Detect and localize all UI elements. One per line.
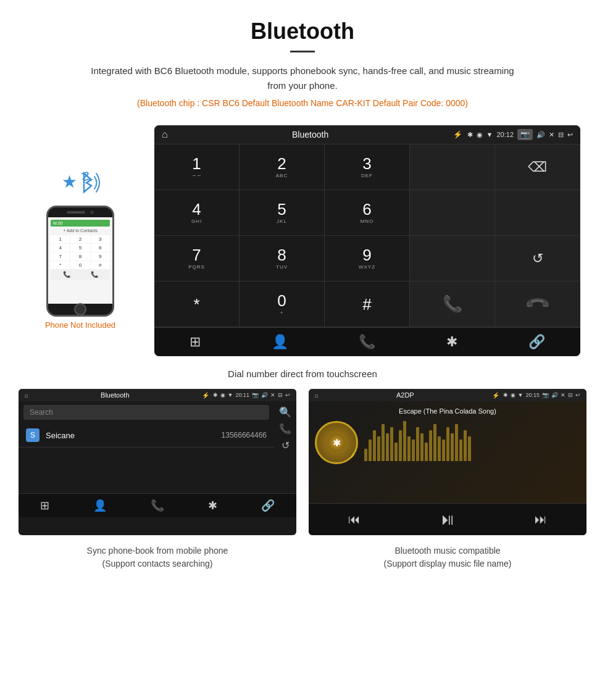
pbn-grid-icon[interactable]: ⊞ xyxy=(40,499,49,512)
phone-dialpad: 1 2 3 4 5 6 7 8 9 * 0 # xyxy=(51,235,110,269)
dial-backspace[interactable]: ⌫ xyxy=(495,144,580,190)
dial-call-red[interactable]: 📞 xyxy=(495,281,580,327)
pbn-phone-icon[interactable]: 📞 xyxy=(151,499,164,512)
phone-device: M:00 + Add to Contacts 1 2 3 4 5 6 7 8 9… xyxy=(46,206,114,317)
album-inner: ✱ xyxy=(327,433,346,452)
dial-key-1[interactable]: 1∽∽ xyxy=(154,144,240,190)
bluetooth-waves-container: ★ ☡ xyxy=(56,162,105,199)
dial-key-0[interactable]: 0+ xyxy=(240,281,325,327)
pb-loc-icon: ◉ xyxy=(220,392,225,398)
dial-empty-r2c5 xyxy=(495,190,580,236)
dial-key-7[interactable]: 7PQRS xyxy=(154,236,240,281)
phone-call-button: 📞 xyxy=(91,271,98,278)
phone-key: 5 xyxy=(70,244,90,252)
phonebook-search-bar[interactable]: Search xyxy=(23,405,269,420)
viz-bar xyxy=(420,433,424,461)
phonebook-empty-area xyxy=(19,456,296,493)
music-caption-line1: Bluetooth music compatible xyxy=(309,544,586,557)
pbn-contacts-icon[interactable]: 👤 xyxy=(93,499,107,512)
dial-key-star[interactable]: * xyxy=(154,281,240,327)
pb-win-icon: ⊟ xyxy=(278,392,283,398)
nav-contacts-icon[interactable]: 👤 xyxy=(272,334,288,350)
nav-link-icon[interactable]: 🔗 xyxy=(528,334,545,350)
pb-sync-icon[interactable]: ↺ xyxy=(282,440,290,451)
phone-bottom-bar xyxy=(48,304,112,315)
music-caption-line2: (Support display music file name) xyxy=(309,557,586,570)
dial-key-9[interactable]: 9WXYZ xyxy=(325,236,410,281)
pb-home-icon[interactable]: ⌂ xyxy=(25,392,28,399)
viz-bar xyxy=(459,440,462,461)
phone-key: 7 xyxy=(51,252,70,260)
phone-key: * xyxy=(51,261,70,269)
viz-bar xyxy=(390,427,393,461)
dial-key-3[interactable]: 3DEF xyxy=(325,144,410,190)
pb-title: Bluetooth xyxy=(32,391,198,399)
usb-icon: ⚡ xyxy=(453,130,462,139)
phonebook-contact-item[interactable]: S Seicane 13566664466 xyxy=(19,423,274,448)
pbn-link-icon[interactable]: 🔗 xyxy=(261,499,275,512)
page-description: Integrated with BC6 Bluetooth module, su… xyxy=(86,64,519,93)
dial-call-green[interactable]: 📞 xyxy=(410,281,495,327)
pb-search-icon[interactable]: 🔍 xyxy=(279,406,291,418)
viz-bar xyxy=(403,421,406,461)
viz-bar xyxy=(394,443,398,461)
dial-key-2[interactable]: 2ABC xyxy=(240,144,325,190)
prev-track-icon[interactable]: ⏮ xyxy=(348,512,361,527)
music-vol-icon: 🔊 xyxy=(551,392,558,398)
dial-key-4[interactable]: 4GHI xyxy=(154,190,240,236)
bottom-screens: ⌂ Bluetooth ⚡ ✱ ◉ ▼ 20:11 📷 🔊 ✕ ⊟ ↩ xyxy=(19,389,586,535)
dial-key-8[interactable]: 8TUV xyxy=(240,236,325,281)
viz-bar xyxy=(442,440,445,461)
music-back-icon[interactable]: ↩ xyxy=(575,392,580,398)
pb-cam-icon: 📷 xyxy=(252,392,259,398)
phonebook-list: Search S Seicane 13566664466 xyxy=(19,401,274,456)
viz-bar xyxy=(468,436,471,461)
phone-key: 3 xyxy=(91,235,110,243)
phonebook-action-icons: 🔍 📞 ↺ xyxy=(274,401,296,456)
phonebook-navbar: ⊞ 👤 📞 ✱ 🔗 xyxy=(19,493,296,517)
music-time: 20:15 xyxy=(525,392,540,398)
music-cam-icon: 📷 xyxy=(542,392,549,398)
viz-bar xyxy=(425,443,428,461)
nav-phone-icon[interactable]: 📞 xyxy=(359,334,375,350)
phone-key: # xyxy=(91,261,110,269)
signal-icon: ▼ xyxy=(486,131,493,138)
home-icon[interactable]: ⌂ xyxy=(162,129,168,140)
nav-grid-icon[interactable]: ⊞ xyxy=(190,334,201,350)
dial-input-display xyxy=(410,144,495,190)
back-icon[interactable]: ↩ xyxy=(567,131,573,139)
dial-refresh[interactable]: ↺ xyxy=(495,236,580,281)
viz-bar xyxy=(455,424,458,461)
pb-close-icon: ✕ xyxy=(270,392,275,398)
music-home-icon[interactable]: ⌂ xyxy=(315,392,319,399)
music-usb-icon: ⚡ xyxy=(492,392,499,399)
camera-icon: 📷 xyxy=(517,129,533,140)
phonebook-layout: Search S Seicane 13566664466 🔍 📞 ↺ xyxy=(19,401,296,456)
viz-bar xyxy=(429,430,432,461)
viz-bar xyxy=(416,427,419,461)
music-caption: Bluetooth music compatible (Support disp… xyxy=(309,544,586,570)
phone-bottom-row: 📞 📞 xyxy=(51,269,110,280)
bluetooth-specs: (Bluetooth chip : CSR BC6 Default Blueto… xyxy=(25,98,580,108)
pb-back-icon[interactable]: ↩ xyxy=(285,392,290,398)
pbn-bt-icon[interactable]: ✱ xyxy=(208,499,217,512)
dial-key-hash[interactable]: # xyxy=(325,281,410,327)
dial-empty-r2c4 xyxy=(410,190,495,236)
pb-vol-icon: 🔊 xyxy=(261,392,268,398)
viz-bar xyxy=(433,424,436,461)
close-icon: ✕ xyxy=(549,131,554,139)
next-track-icon[interactable]: ⏭ xyxy=(535,512,547,527)
play-pause-icon[interactable]: ⏯ xyxy=(440,510,456,529)
dial-key-6[interactable]: 6MNO xyxy=(325,190,410,236)
nav-bluetooth-icon[interactable]: ✱ xyxy=(446,334,457,350)
music-screen: ⌂ A2DP ⚡ ✱ ◉ ▼ 20:15 📷 🔊 ✕ ⊟ ↩ Escape (T… xyxy=(309,389,586,535)
pb-call-icon[interactable]: 📞 xyxy=(279,423,291,435)
pb-sig-icon: ▼ xyxy=(228,392,233,398)
music-statusbar: ⌂ A2DP ⚡ ✱ ◉ ▼ 20:15 📷 🔊 ✕ ⊟ ↩ xyxy=(309,389,586,401)
viz-bar xyxy=(399,430,402,461)
dial-key-5[interactable]: 5JKL xyxy=(240,190,325,236)
viz-bar xyxy=(412,440,415,461)
dialpad-status-title: Bluetooth xyxy=(173,130,448,140)
music-win-icon: ⊟ xyxy=(568,392,573,398)
phone-contact-label: + Add to Contacts xyxy=(51,228,110,233)
